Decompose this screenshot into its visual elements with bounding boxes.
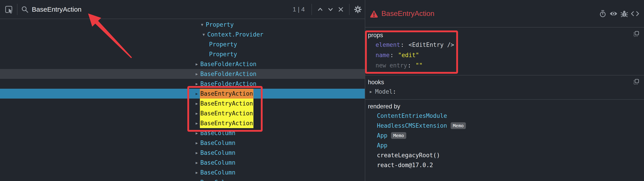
chevron-right-icon[interactable]: ▸ (196, 128, 200, 138)
chevron-right-icon[interactable]: ▸ (196, 59, 200, 69)
settings-button[interactable] (353, 4, 363, 14)
copy-icon (633, 31, 640, 38)
tree-row[interactable]: ▸BaseColumn (0, 178, 365, 181)
tree-row[interactable]: ▸BaseColumn (0, 168, 365, 178)
arrow-spacer (204, 40, 208, 49)
chevron-right-icon[interactable]: ▸ (370, 89, 375, 94)
tree-row[interactable]: Property (0, 40, 365, 49)
tree-row[interactable]: ▾Property (0, 20, 365, 30)
inspect-element-button[interactable] (4, 4, 14, 14)
tree-row[interactable]: ▸BaseEntryAction (0, 108, 365, 118)
prop-colon: : (408, 62, 411, 69)
react-devtools-window: 1 | 4 (0, 0, 644, 181)
tree-row[interactable]: ▸BaseColumn (0, 158, 365, 168)
next-result-button[interactable] (325, 4, 336, 14)
prop-key: name (376, 52, 390, 58)
components-panel: 1 | 4 (0, 0, 365, 181)
props-section: props element:<EditEntry />name:"edit"ne… (365, 28, 644, 76)
tree-row[interactable]: ▸BaseEntryAction (0, 98, 365, 108)
component-tree: ▾Property▾Context.ProviderPropertyProper… (0, 19, 365, 181)
inspected-component-title: BaseEntryAction (382, 10, 434, 18)
owner-name[interactable]: App (377, 142, 388, 149)
prop-key: element (376, 42, 400, 48)
owner-name[interactable]: HeadlessCMSExtension (377, 122, 447, 129)
chevron-down-icon (327, 6, 334, 13)
inspector-header: BaseEntryAction (365, 0, 644, 28)
chevron-down-icon[interactable]: ▾ (202, 30, 207, 40)
tree-row[interactable]: ▸BaseEntryAction (0, 89, 365, 98)
tree-row[interactable]: Property (0, 49, 365, 59)
hook-colon: : (392, 88, 396, 95)
hook-row[interactable]: ▸Model: (368, 87, 640, 96)
close-icon (337, 6, 345, 13)
chevron-right-icon[interactable]: ▸ (196, 69, 200, 79)
toolbar-divider (349, 4, 350, 15)
copy-hooks-button[interactable] (633, 79, 640, 86)
component-name: Property (208, 40, 238, 49)
chevron-right-icon[interactable]: ▸ (196, 108, 200, 118)
inspect-dom-button[interactable] (608, 8, 619, 19)
rendered-by-item[interactable]: createLegacyRoot() (368, 150, 640, 160)
log-to-console-button[interactable] (619, 8, 630, 19)
component-name: Context.Provider (207, 30, 264, 40)
component-name: BaseColumn (200, 148, 236, 158)
search-results-count: 1 | 4 (293, 6, 305, 13)
prop-colon: : (390, 52, 394, 58)
prop-value[interactable]: "" (416, 62, 422, 69)
eye-icon (609, 10, 618, 18)
prop-value[interactable]: "edit" (398, 52, 419, 58)
component-name: Property (208, 49, 238, 59)
tree-row[interactable]: ▸BaseColumn (0, 138, 365, 148)
stopwatch-icon (599, 10, 607, 18)
copy-icon (633, 79, 640, 85)
tree-row[interactable]: ▸BaseColumn (0, 148, 365, 158)
toolbar-divider (17, 4, 18, 15)
prop-row[interactable]: name:"edit" (368, 50, 640, 60)
chevron-right-icon[interactable]: ▸ (196, 118, 200, 128)
previous-result-button[interactable] (315, 4, 325, 14)
rendered-by-item[interactable]: AppMemo (368, 130, 640, 140)
inspector-panel: BaseEntryAction (365, 0, 644, 181)
chevron-right-icon[interactable]: ▸ (196, 178, 200, 181)
clear-search-button[interactable] (336, 4, 346, 14)
chevron-right-icon[interactable]: ▸ (196, 138, 200, 148)
tree-row[interactable]: ▸BaseFolderAction (0, 69, 365, 79)
rendered-by-item[interactable]: App (368, 140, 640, 150)
component-name: BaseColumn (200, 168, 236, 178)
props-rows: element:<EditEntry />name:"edit"new entr… (368, 40, 640, 70)
chevron-right-icon[interactable]: ▸ (196, 158, 200, 168)
chevron-right-icon[interactable]: ▸ (196, 79, 200, 89)
memo-badge: Memo (450, 122, 466, 129)
owner-name[interactable]: App (377, 132, 388, 139)
chevron-right-icon[interactable]: ▸ (196, 148, 200, 158)
tree-row[interactable]: ▾Context.Provider (0, 30, 365, 40)
component-name: BaseFolderAction (200, 69, 257, 79)
chevron-down-icon[interactable]: ▾ (201, 20, 205, 30)
component-name: BaseEntryAction (200, 98, 254, 108)
rendered-by-item[interactable]: HeadlessCMSExtensionMemo (368, 121, 640, 130)
view-source-button[interactable] (630, 8, 640, 19)
chevron-right-icon[interactable]: ▸ (196, 98, 200, 108)
hooks-section: hooks ▸Model: (365, 76, 644, 100)
tree-row[interactable]: ▸BaseColumn (0, 128, 365, 138)
prop-row[interactable]: element:<EditEntry /> (368, 40, 640, 50)
owner-name[interactable]: ContentEntriesModule (377, 112, 447, 119)
tree-row[interactable]: ▸BaseFolderAction (0, 59, 365, 69)
rendered-by-section: rendered by ContentEntriesModuleHeadless… (365, 100, 644, 174)
chevron-right-icon[interactable]: ▸ (196, 168, 200, 178)
hook-name: Model (375, 88, 392, 95)
tree-row[interactable]: ▸BaseFolderAction (0, 79, 365, 89)
tree-toolbar: 1 | 4 (0, 0, 365, 19)
copy-props-button[interactable] (633, 31, 640, 38)
search-input[interactable] (31, 6, 289, 14)
prop-row[interactable]: new entry:"" (368, 60, 640, 70)
prop-key: new entry (376, 62, 407, 69)
hooks-rows: ▸Model: (368, 87, 640, 96)
tree-row[interactable]: ▸BaseEntryAction (0, 118, 365, 128)
chevron-right-icon[interactable]: ▸ (196, 89, 200, 98)
prop-value[interactable]: <EditEntry /> (408, 42, 454, 48)
rendered-by-item[interactable]: ContentEntriesModule (368, 111, 640, 121)
rendered-by-item[interactable]: react-dom@17.0.2 (368, 160, 640, 170)
suspense-toggle-button[interactable] (598, 8, 608, 19)
owner-name: react-dom@17.0.2 (377, 162, 433, 168)
